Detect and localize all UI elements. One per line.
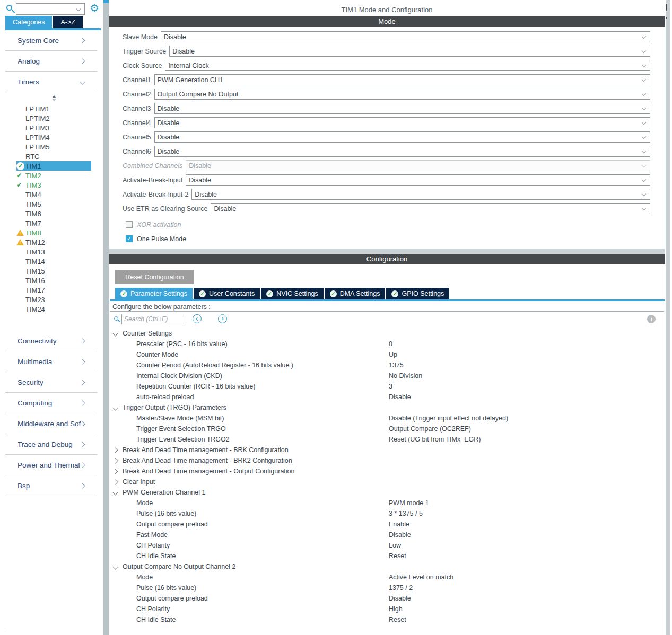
tab-gpio-settings[interactable]: ✓GPIO Settings xyxy=(386,288,449,299)
sidebar-item-tim24[interactable]: TIM24 xyxy=(16,304,91,314)
tab-a-to-z[interactable]: A->Z xyxy=(53,16,82,28)
parameter-search-input[interactable] xyxy=(121,314,184,324)
tree-param-label: Output compare preload xyxy=(136,521,208,528)
tree-param-value[interactable]: Low xyxy=(389,542,401,549)
sidebar-item-lptim2[interactable]: LPTIM2 xyxy=(16,113,91,123)
sidebar-item-tim1[interactable]: ✓TIM1 xyxy=(16,161,91,171)
tree-param-value[interactable]: 1375 xyxy=(389,361,404,369)
left-splitter[interactable] xyxy=(103,0,109,635)
chevron-right-icon xyxy=(113,469,118,474)
tree-param-value[interactable]: High xyxy=(389,605,403,613)
chevron-down-icon xyxy=(642,49,646,53)
info-icon[interactable]: i xyxy=(647,315,656,323)
sidebar-item-security[interactable]: Security xyxy=(5,372,97,393)
tree-param-value[interactable]: Reset xyxy=(389,552,406,560)
sidebar-item-lptim5[interactable]: LPTIM5 xyxy=(16,142,91,152)
tree-param-value[interactable]: Output Compare (OC2REF) xyxy=(389,425,471,433)
tree-param-value[interactable]: Disable (Trigger input effect not delaye… xyxy=(389,414,508,422)
tree-param-value[interactable]: Disable xyxy=(389,393,411,401)
sidebar-item-tim2[interactable]: ✔TIM2 xyxy=(16,171,91,180)
main-panel: TIM1 Mode and Configuration Mode Slave M… xyxy=(109,0,666,635)
tree-param-value[interactable]: 3 * 1375 / 5 xyxy=(389,510,423,517)
sidebar-item-trace-and-debug[interactable]: Trace and Debug xyxy=(5,434,97,455)
sidebar-item-analog[interactable]: Analog xyxy=(5,51,97,72)
tree-param-value[interactable]: Disable xyxy=(389,531,411,539)
select-channel6[interactable]: Disable xyxy=(154,146,650,157)
select-channel4[interactable]: Disable xyxy=(154,117,650,128)
select-channel2[interactable]: Output Compare No Output xyxy=(154,89,650,100)
select-channel3[interactable]: Disable xyxy=(154,103,650,114)
reset-configuration-button[interactable]: Reset Configuration xyxy=(115,270,194,284)
sidebar-item-tim15[interactable]: TIM15 xyxy=(16,266,91,276)
tree-param-value[interactable]: Enable xyxy=(389,521,409,528)
tree-group-break-and-dead-time-management-brk-configuration[interactable]: Break And Dead Time management - BRK Con… xyxy=(109,445,665,455)
tree-param-value[interactable]: Disable xyxy=(389,595,411,602)
sidebar-item-connectivity[interactable]: Connectivity xyxy=(5,331,97,351)
sidebar-item-tim8[interactable]: TIM8 xyxy=(16,228,91,237)
select-trigger-source[interactable]: Disable xyxy=(169,46,650,57)
sidebar-item-lptim1[interactable]: LPTIM1 xyxy=(16,104,91,113)
sidebar-item-tim14[interactable]: TIM14 xyxy=(16,257,91,266)
tree-param-value[interactable]: Active Level on match xyxy=(389,574,453,581)
tree-group-counter-settings[interactable]: Counter Settings xyxy=(109,328,665,339)
check-icon: ✔ xyxy=(16,172,22,179)
tree-group-break-and-dead-time-management-output-configuration[interactable]: Break And Dead Time management - Output … xyxy=(109,466,665,477)
select-activate-break-input[interactable]: Disable xyxy=(186,174,650,186)
search-combobox[interactable] xyxy=(16,3,85,15)
search-previous-button[interactable] xyxy=(193,314,202,323)
tree-param-value[interactable]: Reset (UG bit from TIMx_EGR) xyxy=(389,436,481,443)
sidebar-item-lptim4[interactable]: LPTIM4 xyxy=(16,133,91,142)
sidebar-item-computing[interactable]: Computing xyxy=(5,393,97,413)
tab-dma-settings[interactable]: ✓DMA Settings xyxy=(325,288,386,299)
sidebar-item-lptim3[interactable]: LPTIM3 xyxy=(16,123,91,133)
sidebar-item-middleware-and-sof[interactable]: Middleware and Sof... xyxy=(5,413,97,434)
sidebar-item-timers[interactable]: Timers xyxy=(5,72,97,92)
sidebar-item-bsp[interactable]: Bsp xyxy=(5,475,97,496)
sidebar-item-tim4[interactable]: TIM4 xyxy=(16,190,91,199)
sidebar-item-tim6[interactable]: TIM6 xyxy=(16,209,91,218)
sidebar-item-tim17[interactable]: TIM17 xyxy=(16,285,91,295)
sidebar-item-tim13[interactable]: TIM13 xyxy=(16,247,91,257)
tree-param-ch-polarity: CH PolarityHigh xyxy=(109,604,665,614)
tree-param-label: auto-reload preload xyxy=(136,393,194,401)
search-next-button[interactable] xyxy=(218,314,227,323)
sidebar-item-multimedia[interactable]: Multimedia xyxy=(5,351,97,372)
tab-user-constants[interactable]: ✓User Constants xyxy=(194,288,260,299)
select-slave-mode[interactable]: Disable xyxy=(161,31,650,42)
sidebar-item-tim5[interactable]: TIM5 xyxy=(16,199,91,209)
select-channel1[interactable]: PWM Generation CH1 xyxy=(154,74,650,85)
sidebar-item-power-and-thermal[interactable]: Power and Thermal xyxy=(5,455,97,475)
select-channel5[interactable]: Disable xyxy=(154,131,650,143)
checkbox-one-pulse-mode[interactable]: ✓ xyxy=(126,235,133,242)
right-splitter[interactable] xyxy=(666,0,670,635)
tree-group-output-compare-no-output-channel-2[interactable]: Output Compare No Output Channel 2 xyxy=(109,561,665,572)
tree-param-value[interactable]: 1375 / 2 xyxy=(389,584,413,592)
sidebar-item-rtc[interactable]: RTC xyxy=(16,152,91,161)
tab-nvic-settings[interactable]: ✓NVIC Settings xyxy=(261,288,324,299)
sidebar-item-tim23[interactable]: TIM23 xyxy=(16,295,91,304)
tree-group-pwm-generation-channel-1[interactable]: PWM Generation Channel 1 xyxy=(109,487,665,498)
tab-parameter-settings[interactable]: ✓Parameter Settings xyxy=(115,288,193,299)
tree-param-value[interactable]: Reset xyxy=(389,616,406,623)
tree-param-value[interactable]: No Division xyxy=(389,372,422,380)
tree-param-value[interactable]: 3 xyxy=(389,383,392,390)
tab-categories[interactable]: Categories xyxy=(5,16,52,28)
select-clock-source[interactable]: Internal Clock xyxy=(165,60,650,71)
tree-group-trigger-output-trgo-parameters[interactable]: Trigger Output (TRGO) Parameters xyxy=(109,402,665,413)
tree-group-clear-input[interactable]: Clear Input xyxy=(109,477,665,487)
gear-icon[interactable]: ⚙ xyxy=(90,1,99,15)
tree-param-label: Mode xyxy=(136,574,153,581)
tree-param-value[interactable]: PWM mode 1 xyxy=(389,499,429,507)
mode-row-channel6: Channel6Disable xyxy=(123,146,650,157)
tree-param-value[interactable]: Up xyxy=(389,351,397,358)
sidebar-item-tim16[interactable]: TIM16 xyxy=(16,276,91,285)
sidebar-item-tim3[interactable]: ✔TIM3 xyxy=(16,180,91,190)
sort-icon[interactable] xyxy=(52,95,56,101)
select-use-etr-as-clearing-source[interactable]: Disable xyxy=(211,203,650,214)
sidebar-item-tim7[interactable]: TIM7 xyxy=(16,218,91,228)
sidebar-item-system-core[interactable]: System Core xyxy=(5,30,97,51)
tree-group-break-and-dead-time-management-brk2-configuration[interactable]: Break And Dead Time management - BRK2 Co… xyxy=(109,455,665,466)
sidebar-item-tim12[interactable]: TIM12 xyxy=(16,237,91,247)
tree-param-value[interactable]: 0 xyxy=(389,340,392,348)
select-activate-break-input-2[interactable]: Disable xyxy=(191,189,650,200)
